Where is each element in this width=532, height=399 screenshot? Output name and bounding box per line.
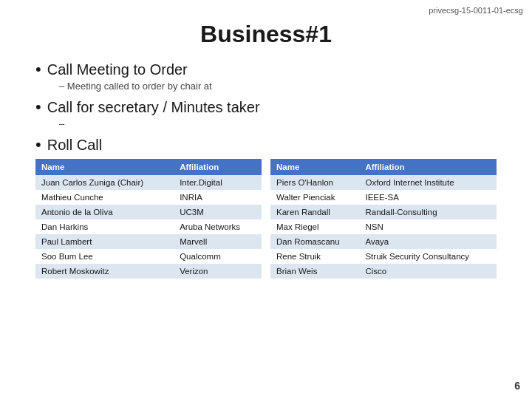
- table-row: Juan Carlos Zuniga (Chair)Inter.Digital: [35, 175, 262, 190]
- table-left: Name Affiliation Juan Carlos Zuniga (Cha…: [35, 159, 262, 279]
- table-row: Karen RandallRandall-Consulting: [270, 205, 497, 219]
- page-number: 6: [514, 380, 520, 392]
- right-col-affiliation: Affiliation: [359, 159, 497, 175]
- table-row: Dan RomascanuAvaya: [270, 234, 497, 249]
- table-row: Rene StruikStruik Security Consultancy: [270, 249, 497, 264]
- table-row: Brian WeisCisco: [270, 264, 497, 279]
- bullet-2-sub: –: [59, 118, 497, 129]
- doc-id: privecsg-15-0011-01-ecsg: [429, 6, 523, 15]
- page-title: Business#1: [0, 21, 532, 48]
- table-right: Name Affiliation Piers O'HanlonOxford In…: [270, 159, 497, 279]
- bullet-2-heading: Call for secretary / Minutes taker: [47, 99, 260, 116]
- bullet-dot-3: •: [35, 135, 41, 154]
- bullet-dot-1: •: [35, 60, 41, 79]
- table-row: Antonio de la OlivaUC3M: [35, 205, 262, 219]
- bullet-3: • Roll Call Name Affiliation Juan Carlos…: [35, 135, 497, 279]
- table-row: Walter PienciakIEEE-SA: [270, 190, 497, 205]
- table-row: Paul LambertMarvell: [35, 234, 262, 249]
- table-row: Dan HarkinsAruba Networks: [35, 219, 262, 234]
- bullet-1: • Call Meeting to Order – Meeting called…: [35, 60, 497, 92]
- bullet-1-sub: – Meeting called to order by chair at: [59, 81, 497, 92]
- tables-container: Name Affiliation Juan Carlos Zuniga (Cha…: [35, 159, 497, 279]
- left-col-name: Name: [35, 159, 174, 175]
- right-col-name: Name: [270, 159, 359, 175]
- bullet-dot-2: •: [35, 98, 41, 117]
- bullet-2: • Call for secretary / Minutes taker –: [35, 98, 497, 129]
- table-row: Mathieu CuncheINRIA: [35, 190, 262, 205]
- bullet-3-heading: Roll Call: [47, 137, 102, 154]
- table-row: Max RiegelNSN: [270, 219, 497, 234]
- bullet-1-heading: Call Meeting to Order: [47, 61, 188, 78]
- table-row: Soo Bum LeeQualcomm: [35, 249, 262, 264]
- table-row: Robert MoskowitzVerizon: [35, 264, 262, 279]
- table-row: Piers O'HanlonOxford Internet Institute: [270, 175, 497, 190]
- left-col-affiliation: Affiliation: [174, 159, 262, 175]
